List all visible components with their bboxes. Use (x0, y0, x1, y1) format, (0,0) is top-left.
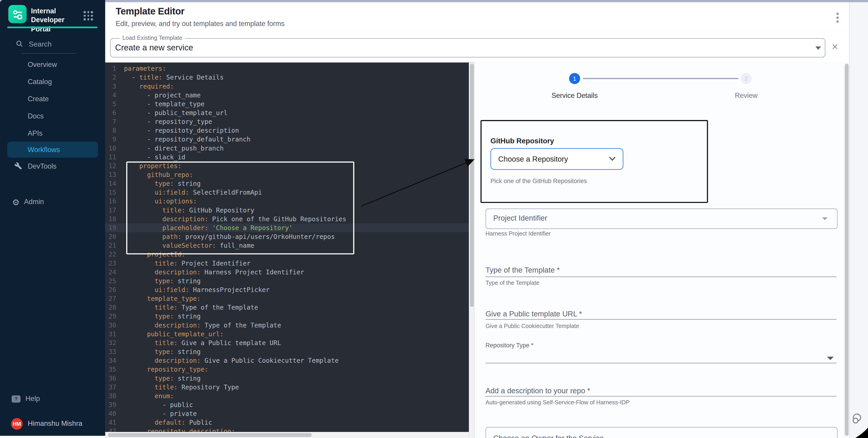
template-type-field-underline[interactable] (486, 277, 837, 277)
window-top-strip (0, 0, 868, 2)
line-number: 4 (105, 91, 116, 99)
code-line[interactable]: 31 public_template_url: (105, 330, 469, 338)
code-line[interactable]: 37 title: Repository Type (105, 383, 469, 392)
sidebar-item-help[interactable]: ? Help (0, 392, 105, 406)
code-line[interactable]: 12 properties: (105, 162, 469, 170)
code-line[interactable]: 35 repository_type: (105, 365, 469, 374)
chat-bubbles-icon[interactable] (851, 411, 865, 425)
line-number: 11 (105, 153, 116, 161)
app-grid-icon[interactable] (84, 11, 93, 20)
code-line[interactable]: 23 title: Project Identifier (105, 259, 469, 268)
sidebar-item-apis[interactable]: APIs (0, 125, 105, 142)
scrollbar-thumb[interactable] (108, 433, 312, 437)
chevron-down-icon[interactable] (827, 357, 834, 360)
panel-vertical-scrollbar[interactable] (844, 63, 849, 438)
right-gutter (849, 2, 868, 438)
code-line[interactable]: 24 description: Harness Project Identifi… (105, 268, 469, 276)
sidebar-item-devtools[interactable]: DevTools (0, 158, 105, 175)
code-line[interactable]: 5 - template_type (105, 99, 469, 108)
app-screen: Internal Developer Portal Search Overvie… (0, 0, 868, 438)
sidebar-item-label: Admin (24, 198, 44, 206)
avatar: HM (11, 418, 23, 429)
code-line[interactable]: 14 type: string (105, 179, 469, 188)
sidebar-nav: OverviewCatalogCreateDocsAPIsWorkflowsDe… (0, 56, 105, 175)
code-line[interactable]: 22 projectId: (105, 250, 469, 259)
close-icon[interactable]: ✕ (831, 42, 838, 52)
code-line[interactable]: 4 - project_name (105, 91, 469, 99)
code-line[interactable]: 25 type: string (105, 277, 469, 285)
line-number: 7 (105, 117, 116, 126)
editor-vertical-scrollbar[interactable] (469, 63, 474, 438)
project-identifier-helper: Harness Project Identifier (486, 230, 551, 237)
sidebar-item-catalog[interactable]: Catalog (0, 73, 105, 90)
code-line[interactable]: 39 - public (105, 401, 469, 409)
code-line[interactable]: 40 - private (105, 409, 469, 418)
sidebar-item-search[interactable]: Search (0, 37, 105, 51)
code-line[interactable]: 32 title: Give a Public template URL (105, 339, 469, 347)
code-line[interactable]: 30 description: Type of the Template (105, 321, 469, 330)
code-line[interactable]: 3 required: (105, 82, 469, 91)
owner-select[interactable]: Choose an Owner for the Service (486, 427, 838, 438)
github-repository-select[interactable]: Choose a Repository (491, 148, 623, 170)
code-line[interactable]: 18 description: Pick one of the GitHub R… (105, 214, 469, 223)
code-line[interactable]: 20 path: proxy/github-api/users/OrkoHunt… (105, 232, 469, 241)
line-number: 25 (105, 277, 116, 285)
code-area[interactable]: 1parameters:2 - title: Service Details3 … (105, 64, 469, 436)
line-number: 40 (105, 409, 116, 418)
sidebar-item-label: Create (28, 95, 49, 103)
code-line[interactable]: 11 - slack_id (105, 153, 469, 161)
sidebar-item-workflows[interactable]: Workflows (7, 141, 98, 158)
code-line[interactable]: 16 ui:options: (105, 197, 469, 206)
stepper-label-review: Review (707, 92, 785, 99)
code-line[interactable]: 21 valueSelector: full_name (105, 241, 469, 250)
scrollbar-thumb[interactable] (844, 64, 848, 436)
user-menu[interactable]: HM Himanshu Mishra (0, 416, 105, 432)
editor-horizontal-scrollbar[interactable] (105, 432, 469, 438)
line-number: 14 (105, 179, 116, 188)
code-line[interactable]: 15 ui:field: SelectFieldFromApi (105, 188, 469, 197)
code-line[interactable]: 38 enum: (105, 392, 469, 400)
scrollbar-thumb[interactable] (470, 64, 473, 307)
code-line[interactable]: 6 - public_template_url (105, 108, 469, 117)
code-line[interactable]: 29 type: string (105, 312, 469, 321)
line-number: 22 (105, 250, 116, 259)
load-template-select[interactable] (110, 38, 825, 58)
code-line[interactable]: 1parameters: (105, 64, 469, 73)
chevron-down-icon[interactable] (815, 46, 821, 50)
code-line[interactable]: 8 - repositoty_description (105, 126, 469, 135)
code-line[interactable]: 7 - repository_type (105, 117, 469, 126)
code-line[interactable]: 19 placeholder: 'Choose a Repository' (105, 224, 469, 232)
yaml-editor[interactable]: 1parameters:2 - title: Service Details3 … (105, 63, 474, 438)
code-line[interactable]: 26 ui:field: HarnessProjectPicker (105, 285, 469, 294)
code-line[interactable]: 41 default: Public (105, 418, 469, 427)
more-options-icon[interactable] (832, 11, 843, 25)
stepper-step-1[interactable]: 1 (569, 73, 580, 84)
line-number: 6 (105, 108, 116, 117)
line-number: 39 (105, 401, 116, 409)
code-line[interactable]: 27 template_type: (105, 294, 469, 303)
load-template-row: Load Existing Template Create a new serv… (105, 31, 849, 63)
sidebar-item-label: APIs (28, 129, 42, 137)
code-line[interactable]: 36 type: string (105, 374, 469, 383)
sidebar-item-create[interactable]: Create (0, 90, 105, 107)
template-url-field-underline[interactable] (486, 319, 837, 320)
harness-idp-logo[interactable] (8, 5, 27, 23)
sidebar-item-label: Help (26, 395, 40, 403)
sidebar-item-admin[interactable]: ⚙ Admin (0, 195, 105, 209)
code-line[interactable]: 28 title: Type of the Template (105, 303, 469, 312)
code-line[interactable]: 13 github_repo: (105, 170, 469, 179)
code-line[interactable]: 33 type: string (105, 347, 469, 356)
github-repository-helper: Pick one of the GitHub Repositories (491, 177, 587, 184)
code-line[interactable]: 17 title: GitHub Repository (105, 206, 469, 214)
code-line[interactable]: 9 - repository_default_branch (105, 135, 469, 144)
sidebar-item-overview[interactable]: Overview (0, 56, 105, 73)
project-identifier-select[interactable]: Project Identifier (486, 209, 838, 229)
repo-description-underline[interactable] (486, 396, 837, 397)
stepper-step-2[interactable]: 2 (741, 73, 752, 84)
repository-type-label: Repository Type * (486, 342, 533, 348)
code-line[interactable]: 10 - direct_push_branch (105, 144, 469, 153)
code-line[interactable]: 34 description: Give a Public Cookiecutt… (105, 356, 469, 365)
sidebar-item-docs[interactable]: Docs (0, 107, 105, 125)
repository-type-underline[interactable] (486, 363, 837, 363)
code-line[interactable]: 2 - title: Service Details (105, 73, 469, 82)
